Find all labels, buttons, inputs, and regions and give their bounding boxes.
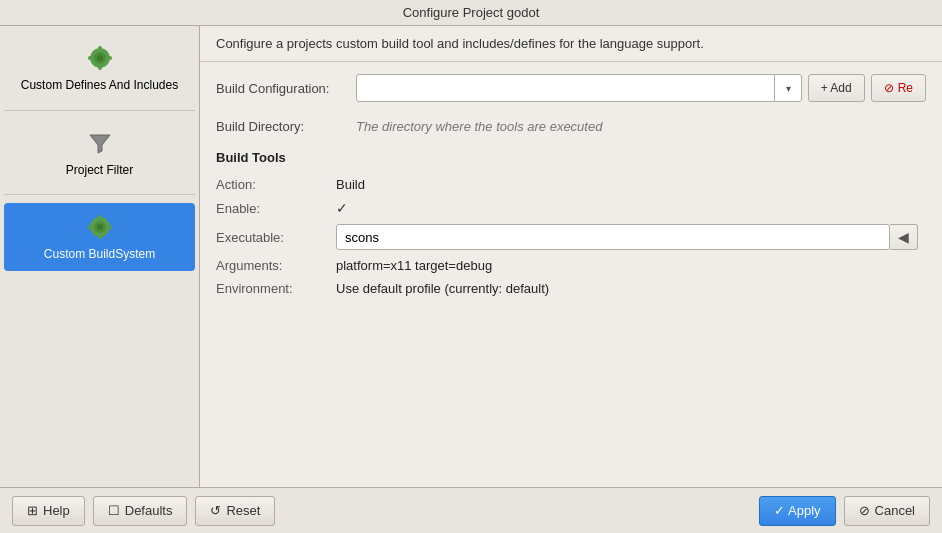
environment-row: Environment: Use default profile (curren… [216, 277, 926, 300]
help-label: Help [43, 503, 70, 518]
sidebar-item-custom-buildsystem[interactable]: Custom BuildSystem [4, 203, 195, 271]
dialog-body: Custom Defines And Includes Project Filt… [0, 26, 942, 487]
build-config-select[interactable] [356, 74, 802, 102]
help-icon: ⊞ [27, 503, 38, 518]
bottom-bar: ⊞ Help ☐ Defaults ↺ Reset ✓ Apply ⊘ Canc… [0, 487, 942, 533]
remove-button[interactable]: ⊘ Re [871, 74, 926, 102]
build-config-controls: ▾ + Add ⊘ Re [356, 74, 926, 102]
svg-rect-6 [108, 56, 112, 60]
enable-checkmark: ✓ [336, 200, 348, 216]
executable-cell: ◀ [336, 220, 926, 254]
executable-input[interactable] [336, 224, 890, 250]
build-directory-input[interactable] [356, 112, 926, 140]
svg-point-2 [97, 55, 103, 61]
project-filter-icon [84, 127, 116, 159]
enable-row: Enable: ✓ [216, 196, 926, 220]
cancel-button[interactable]: ⊘ Cancel [844, 496, 930, 526]
environment-label: Environment: [216, 277, 336, 300]
defaults-label: Defaults [125, 503, 173, 518]
svg-rect-14 [108, 225, 112, 229]
sidebar-item-project-filter[interactable]: Project Filter [4, 119, 195, 187]
sidebar-item-custom-defines-label: Custom Defines And Includes [21, 78, 178, 94]
build-config-row: Build Configuration: ▾ + Add ⊘ Re [216, 74, 926, 102]
help-button[interactable]: ⊞ Help [12, 496, 85, 526]
custom-buildsystem-icon [84, 211, 116, 243]
svg-marker-7 [90, 135, 110, 153]
browse-icon: ◀ [898, 229, 909, 245]
description-text: Configure a projects custom build tool a… [216, 36, 704, 51]
build-directory-label: Build Directory: [216, 119, 356, 134]
build-config-select-wrapper: ▾ [356, 74, 802, 102]
sidebar-item-custom-defines[interactable]: Custom Defines And Includes [4, 34, 195, 102]
title-bar: Configure Project godot [0, 0, 942, 26]
apply-button[interactable]: ✓ Apply [759, 496, 835, 526]
reset-icon: ↺ [210, 503, 221, 518]
executable-label: Executable: [216, 220, 336, 254]
executable-input-row: ◀ [336, 224, 918, 250]
enable-value: ✓ [336, 196, 926, 220]
sidebar: Custom Defines And Includes Project Filt… [0, 26, 200, 487]
executable-browse-button[interactable]: ◀ [890, 224, 918, 250]
defaults-icon: ☐ [108, 503, 120, 518]
bottom-left-buttons: ⊞ Help ☐ Defaults ↺ Reset [12, 496, 275, 526]
reset-button[interactable]: ↺ Reset [195, 496, 275, 526]
add-button[interactable]: + Add [808, 74, 865, 102]
build-tools-section: Build Tools Action: Build Enable: ✓ [216, 150, 926, 300]
reset-label: Reset [226, 503, 260, 518]
build-directory-row: Build Directory: [216, 112, 926, 140]
sidebar-item-custom-buildsystem-label: Custom BuildSystem [44, 247, 155, 263]
action-label: Action: [216, 173, 336, 196]
svg-point-10 [97, 224, 103, 230]
arguments-value: platform=x11 target=debug [336, 254, 926, 277]
remove-label: Re [898, 81, 913, 95]
action-value: Build [336, 173, 926, 196]
custom-defines-icon [84, 42, 116, 74]
cancel-label: Cancel [875, 503, 915, 518]
sidebar-divider-1 [4, 110, 195, 111]
defaults-button[interactable]: ☐ Defaults [93, 496, 188, 526]
environment-value: Use default profile (currently: default) [336, 277, 926, 300]
svg-rect-11 [98, 215, 102, 219]
remove-icon: ⊘ [884, 81, 894, 95]
svg-rect-13 [88, 225, 92, 229]
description-bar: Configure a projects custom build tool a… [200, 26, 942, 62]
svg-rect-3 [98, 46, 102, 50]
cancel-icon: ⊘ [859, 503, 870, 518]
config-area: Build Configuration: ▾ + Add ⊘ Re [200, 62, 942, 487]
enable-label: Enable: [216, 196, 336, 220]
arguments-label: Arguments: [216, 254, 336, 277]
main-content: Configure a projects custom build tool a… [200, 26, 942, 487]
build-config-label: Build Configuration: [216, 81, 356, 96]
svg-rect-4 [98, 66, 102, 70]
action-row: Action: Build [216, 173, 926, 196]
svg-rect-12 [98, 235, 102, 239]
sidebar-item-project-filter-label: Project Filter [66, 163, 133, 179]
executable-row: Executable: ◀ [216, 220, 926, 254]
sidebar-divider-2 [4, 194, 195, 195]
dialog-title: Configure Project godot [403, 5, 540, 20]
svg-rect-5 [88, 56, 92, 60]
bottom-right-buttons: ✓ Apply ⊘ Cancel [759, 496, 930, 526]
arguments-row: Arguments: platform=x11 target=debug [216, 254, 926, 277]
build-tools-table: Action: Build Enable: ✓ Executable [216, 173, 926, 300]
build-tools-header: Build Tools [216, 150, 926, 165]
